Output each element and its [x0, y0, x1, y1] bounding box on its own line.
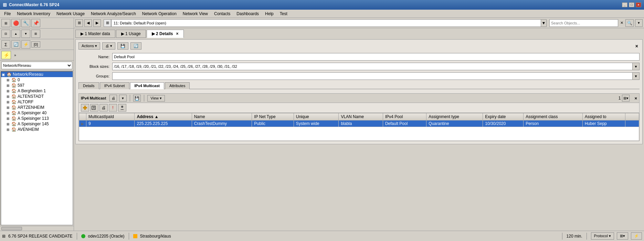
- view-button[interactable]: View ▾: [147, 95, 165, 102]
- sigma-button[interactable]: Σ: [1, 40, 10, 49]
- panel-close-button[interactable]: ×: [634, 43, 640, 49]
- down-button[interactable]: ▼: [21, 30, 30, 38]
- block-sizes-dropdown[interactable]: ▼: [633, 63, 640, 70]
- menu-test[interactable]: Test: [277, 11, 290, 17]
- tab-master-data[interactable]: ▶ 1 Master data: [75, 30, 115, 38]
- window-dropdown-button[interactable]: ▼: [541, 19, 547, 27]
- counter-label: [0]: [31, 41, 40, 48]
- save-button[interactable]: 💾: [117, 42, 128, 50]
- tab-details[interactable]: ▶ 2 Details ×: [147, 30, 184, 38]
- refresh-button[interactable]: 🔄: [130, 42, 141, 50]
- tree-container[interactable]: ▣ 🏠 Network/Reseau ⊞ 🏠 0 ⊞ 🏠 597 ⊞ 🏠 A: [1, 71, 73, 225]
- network-select[interactable]: Network/Reseau: [1, 62, 72, 69]
- minimize-button[interactable]: _: [622, 2, 627, 7]
- sub-tabs: Details IPv4 Subnet IPv4 Multicast Attri…: [78, 82, 640, 89]
- sub-tab-attributes[interactable]: Attributes: [165, 82, 190, 89]
- more-tools-button[interactable]: »: [12, 51, 18, 59]
- col-address[interactable]: Address ▲: [135, 113, 192, 120]
- tab-usage[interactable]: ▶ 1 Usage: [116, 30, 146, 38]
- tree-item-0[interactable]: ⊞ 🏠 0: [1, 77, 73, 83]
- menu-network-analyze[interactable]: Network Analyze/Search: [88, 11, 139, 17]
- cell-assignment-type: Quarantine: [426, 120, 483, 127]
- block-sizes-input[interactable]: [112, 63, 633, 70]
- grid-print-button[interactable]: 🖨: [109, 95, 117, 102]
- tree-item-speisinger-145[interactable]: ⊞ 🏠 A Speisinger 145: [1, 121, 73, 127]
- search-input[interactable]: [549, 19, 618, 27]
- sub-tab-details[interactable]: Details: [78, 82, 99, 89]
- sub-tab-ipv4-multicast[interactable]: IPv4 Multicast: [130, 82, 164, 89]
- version-label: 6.76 SP24 RELEASE CANDIDATE: [8, 234, 73, 239]
- more-options-button[interactable]: ⊞: [31, 30, 40, 38]
- tree-item-artzenheim[interactable]: ⊞ 🏠 ARTZENHEIM: [1, 105, 73, 110]
- actions-button[interactable]: Actions ▾: [78, 42, 100, 50]
- menu-dashboards[interactable]: Dashboards: [234, 11, 262, 17]
- close-button[interactable]: ×: [636, 2, 641, 7]
- back-button[interactable]: ◀: [84, 19, 92, 27]
- table-row[interactable]: ▶ 9 225.225.225.225 CrashTestDummy Publi…: [79, 120, 639, 127]
- col-unique[interactable]: Unique: [294, 113, 339, 120]
- edit-record-button[interactable]: [90, 104, 98, 112]
- assign-button[interactable]: [118, 104, 126, 112]
- search-clear-button[interactable]: ✕: [620, 21, 624, 25]
- col-ipv4-pool[interactable]: IPv4 Pool: [383, 113, 426, 120]
- print-button[interactable]: 🖨 ▾: [102, 42, 115, 50]
- tab-close-icon[interactable]: ×: [176, 31, 179, 36]
- network-button[interactable]: 🔴: [11, 19, 20, 27]
- protocol-button[interactable]: Protocol ▾: [591, 232, 614, 240]
- tree-item-a-bergheiden[interactable]: ⊞ 🏠 A Bergheiden 1: [1, 88, 73, 94]
- menu-contacts[interactable]: Contacts: [211, 11, 233, 17]
- menu-network-inventory[interactable]: Network Inventory: [14, 11, 53, 17]
- alert-button[interactable]: !: [109, 104, 117, 112]
- forward-button[interactable]: ▶: [93, 19, 101, 27]
- app-icon: ⊞: [3, 2, 7, 8]
- tree-item-altorf[interactable]: ⊞ 🏠 ALTORF: [1, 99, 73, 105]
- link-button[interactable]: ⚡: [21, 40, 30, 49]
- col-assignment-class[interactable]: Assignment class: [524, 113, 583, 120]
- col-name[interactable]: Name: [192, 113, 252, 120]
- col-assigned-to[interactable]: Assigned to: [582, 113, 625, 120]
- grid-print-dropdown[interactable]: ▾: [119, 95, 127, 102]
- pin-button[interactable]: ⊞: [1, 19, 10, 27]
- maximize-button[interactable]: □: [629, 2, 634, 7]
- tree-item-speisinger-40[interactable]: ⊞ 🏠 A Speisinger 40: [1, 110, 73, 116]
- tree-item-avenheim[interactable]: ⊞ 🏠 AVENHEIM: [1, 127, 73, 132]
- tree-item-root[interactable]: ▣ 🏠 Network/Reseau: [1, 72, 73, 77]
- menu-help[interactable]: Help: [262, 11, 276, 17]
- sub-tab-ipv4-subnet[interactable]: IPv4 Subnet: [100, 82, 129, 89]
- title-bar: ⊞ ConnectMaster 6.76 SP24 _ □ ×: [0, 0, 644, 10]
- search-button[interactable]: 🔍: [625, 19, 634, 27]
- grid-layout-button[interactable]: ⊞▾: [622, 95, 630, 102]
- print-record-button[interactable]: 🖨: [99, 104, 108, 112]
- menu-network-usage[interactable]: Network Usage: [54, 11, 87, 17]
- groups-dropdown[interactable]: ▼: [633, 72, 640, 80]
- col-expiry-date[interactable]: Expiry date: [483, 113, 524, 120]
- table-scroll-area[interactable]: MulticastIpaId Address ▲ Name IP Net Typ…: [79, 113, 639, 141]
- name-input[interactable]: [112, 53, 640, 61]
- grid-view-button[interactable]: ⊞: [75, 19, 83, 27]
- col-assignment-type[interactable]: Assignment type: [426, 113, 483, 120]
- refresh-tree-button[interactable]: 🔄: [11, 40, 20, 49]
- add-record-button[interactable]: [81, 104, 89, 112]
- config-button[interactable]: 🔧: [21, 19, 30, 27]
- tree-item-speisinger-113[interactable]: ⊞ 🏠 A Speisinger 113: [1, 116, 73, 121]
- layout-button[interactable]: ⊞▾: [617, 232, 628, 240]
- bookmark-button[interactable]: 📌: [31, 19, 40, 27]
- menu-network-view[interactable]: Network View: [180, 11, 211, 17]
- col-ip-net-type[interactable]: IP Net Type: [252, 113, 294, 120]
- menu-file[interactable]: File: [1, 11, 13, 17]
- groups-input[interactable]: [112, 72, 633, 80]
- col-vlan-name[interactable]: VLAN Name: [339, 113, 383, 120]
- tree-item-597[interactable]: ⊞ 🏠 597: [1, 83, 73, 88]
- search-options-button[interactable]: ▾: [635, 19, 643, 27]
- collapse-button[interactable]: ⊟: [1, 30, 10, 38]
- lightning-status-button[interactable]: ⚡: [631, 232, 642, 240]
- cell-unique: System wide: [294, 120, 339, 127]
- lightning-tool[interactable]: ⚡: [1, 51, 11, 59]
- grid-save-button[interactable]: 💾: [133, 95, 141, 102]
- col-multicast-id[interactable]: MulticastIpaId: [86, 113, 135, 120]
- menu-network-operation[interactable]: Network Operation: [139, 11, 179, 17]
- tree-item-altenstadt[interactable]: ⊞ 🏠 ALTENSTADT: [1, 94, 73, 99]
- up-button[interactable]: ▲: [11, 30, 20, 38]
- grid-close-button[interactable]: ×: [634, 96, 637, 101]
- name-row: Name:: [78, 53, 640, 61]
